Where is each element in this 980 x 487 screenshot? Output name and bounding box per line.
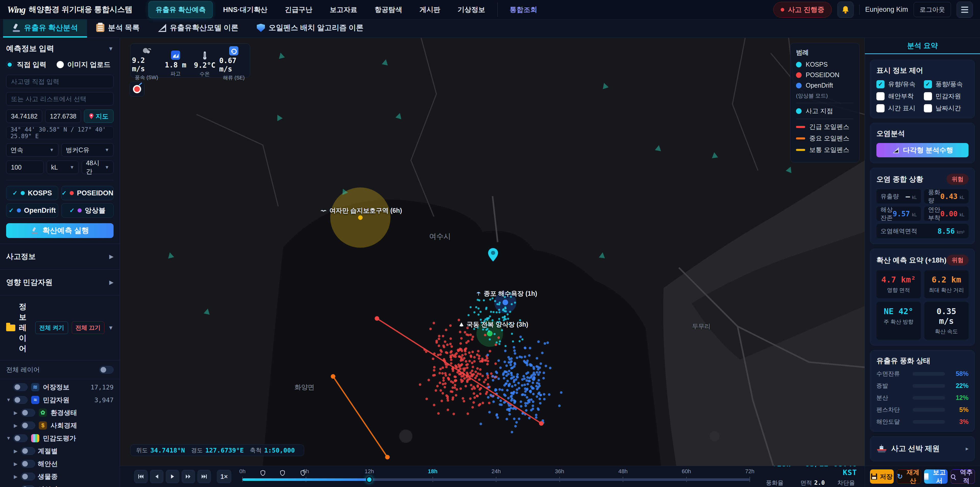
- map-canvas[interactable]: 여자만 습지보호구역 (6h) 종포 해수욕장 (1h) 국동 전복 양식장 (…: [120, 38, 865, 466]
- tree-expand-icon[interactable]: ▶: [14, 423, 21, 428]
- layer-toggle[interactable]: [13, 396, 27, 404]
- layer-tree-row[interactable]: ▼ ≈ 민감자원 3,947: [6, 394, 116, 406]
- legend-fence-line-icon: [796, 149, 805, 151]
- amount-input[interactable]: [6, 161, 44, 174]
- timeline-track[interactable]: [242, 478, 750, 481]
- layer-toggle[interactable]: [21, 422, 35, 429]
- incident-pin-icon[interactable]: [487, 247, 499, 262]
- nav-item[interactable]: 항공탐색: [368, 2, 409, 18]
- playback-speed-button[interactable]: 1×: [217, 470, 231, 483]
- model-toggle-chip[interactable]: ✓ POSEIDON: [61, 186, 114, 200]
- play-button[interactable]: [166, 470, 179, 483]
- tree-expand-icon[interactable]: ▶: [14, 410, 21, 416]
- incident-name-input[interactable]: [6, 75, 114, 88]
- fence-deploy-marker[interactable]: [280, 470, 285, 477]
- section-affected-resources[interactable]: 영향 민감자원 ▶: [0, 270, 120, 295]
- display-option-checkbox[interactable]: 해안부착: [877, 92, 921, 101]
- display-option-checkbox[interactable]: 유향/유속: [877, 80, 921, 88]
- spill-type-select[interactable]: 연속▼: [6, 143, 59, 156]
- check-icon: ✓: [9, 207, 14, 214]
- timeline-playhead[interactable]: [366, 476, 372, 483]
- legend-model-row: POSEIDON: [796, 71, 854, 79]
- chevron-down-icon[interactable]: ▼: [108, 324, 114, 331]
- nav-item[interactable]: 기상정보: [451, 2, 492, 18]
- layers-all-off-button[interactable]: 전체 끄기: [72, 321, 104, 334]
- chevron-down-icon[interactable]: ▼: [108, 45, 114, 52]
- pick-on-map-button[interactable]: 지도: [84, 110, 114, 123]
- nav-item[interactable]: 게시판: [413, 2, 447, 18]
- polygon-analysis-button[interactable]: 다각형 분석수행: [877, 143, 969, 157]
- nav-item[interactable]: 통합조회: [503, 2, 544, 18]
- tree-expand-icon[interactable]: ▼: [6, 436, 13, 441]
- tab[interactable]: 유출유확산모델 이론: [149, 19, 248, 38]
- layer-toggle[interactable]: [13, 383, 27, 391]
- predict-panel-title: 예측정보 입력: [6, 43, 54, 54]
- layer-tree-row[interactable]: ▶ 해안선: [6, 457, 116, 470]
- oil-type-select[interactable]: 벙커C유▼: [62, 143, 114, 156]
- layer-toggle[interactable]: [21, 473, 35, 481]
- notifications-button[interactable]: [837, 2, 854, 18]
- run-prediction-button[interactable]: 확산예측 실행: [6, 223, 114, 238]
- nav-item[interactable]: HNS·대기확산: [216, 2, 274, 18]
- display-option-checkbox[interactable]: 풍향/풍속: [924, 80, 969, 88]
- section-incident-info[interactable]: 사고정보 ▶: [0, 244, 120, 270]
- duration-select[interactable]: 48시간▼: [82, 161, 114, 174]
- ship-icon: [877, 444, 887, 453]
- tree-expand-icon[interactable]: ▼: [6, 397, 13, 403]
- layer-tree-row[interactable]: ▶ 생물종: [6, 470, 116, 483]
- menu-button[interactable]: [956, 2, 973, 18]
- step-back-button[interactable]: [150, 470, 163, 483]
- layers-all-on-button[interactable]: 전체 켜기: [35, 321, 68, 334]
- tree-expand-icon[interactable]: ▶: [14, 448, 21, 454]
- fast-forward-button[interactable]: [182, 470, 195, 483]
- layer-tree-row[interactable]: ▶ 서식지: [6, 483, 116, 487]
- action-button[interactable]: 역추적: [951, 469, 975, 484]
- fence-deploy-marker[interactable]: [260, 470, 266, 477]
- layer-toggle[interactable]: [21, 485, 35, 487]
- target-tool-button[interactable]: [130, 82, 145, 97]
- timeline-track-area[interactable]: 0h 6h 12h: [242, 466, 750, 487]
- model-toggle-chip[interactable]: ✓ OpenDrift: [6, 203, 58, 217]
- layer-tree-row[interactable]: ▶ 계절별: [6, 445, 116, 457]
- action-button[interactable]: 보고서: [924, 469, 948, 484]
- nav-item[interactable]: 보고자료: [323, 2, 364, 18]
- tree-expand-icon[interactable]: ▶: [14, 461, 21, 467]
- legend-title: 범례: [796, 48, 854, 57]
- logout-button[interactable]: 로그아웃: [914, 2, 951, 17]
- model-toggle-chip[interactable]: ✓ KOSPS: [6, 186, 58, 200]
- skip-end-button[interactable]: [197, 470, 211, 483]
- radio-image-upload[interactable]: 이미지 업로드: [57, 60, 111, 69]
- model-toggle-chip[interactable]: ✓ 앙상블: [61, 203, 114, 217]
- nav-item[interactable]: 긴급구난: [278, 2, 319, 18]
- all-layers-toggle[interactable]: [99, 366, 114, 374]
- skip-start-button[interactable]: [134, 470, 148, 483]
- incident-list-input[interactable]: [6, 92, 114, 105]
- display-option-checkbox[interactable]: 민감자원: [924, 92, 969, 101]
- timeline-stat: 차단율75%: [832, 479, 857, 487]
- tree-expand-icon[interactable]: ▶: [14, 474, 21, 480]
- layer-tree-row[interactable]: ▶ ✿ 환경생태: [6, 406, 116, 419]
- vessel-spec-section[interactable]: 사고 선박 제원 ▸: [870, 436, 975, 461]
- layer-tree-row[interactable]: ▼ 민감도평가: [6, 432, 116, 445]
- tab[interactable]: 분석 목록: [87, 19, 149, 38]
- layer-toggle[interactable]: [13, 434, 27, 442]
- nav-item[interactable]: 유출유 확산예측: [149, 2, 212, 18]
- layer-toggle[interactable]: [21, 447, 35, 455]
- tab[interactable]: 오일펜스 배치 알고리즘 이론: [248, 19, 372, 38]
- display-option-checkbox[interactable]: 시간 표시: [877, 104, 921, 112]
- layer-tree-row[interactable]: ≋ 어장정보 17,129: [6, 381, 116, 394]
- display-option-checkbox[interactable]: 날짜시간: [924, 104, 969, 112]
- longitude-input[interactable]: [45, 110, 81, 123]
- forecast-stat-box: NE 42° 주 확산 방향: [877, 302, 921, 340]
- radio-direct-input[interactable]: 직접 입력: [6, 60, 46, 69]
- layer-tree-row[interactable]: ▶ $ 사회경제: [6, 419, 116, 432]
- layer-count: 3,947: [94, 396, 116, 404]
- layer-toggle[interactable]: [21, 460, 35, 468]
- layer-toggle[interactable]: [21, 409, 35, 417]
- unit-select[interactable]: kL▼: [47, 161, 79, 174]
- latitude-input[interactable]: [6, 110, 42, 123]
- fence-deploy-marker[interactable]: [301, 470, 305, 477]
- tab[interactable]: 유출유 확산분석: [3, 19, 87, 38]
- action-button[interactable]: 저장: [870, 469, 894, 484]
- action-button[interactable]: 재계산: [897, 469, 921, 484]
